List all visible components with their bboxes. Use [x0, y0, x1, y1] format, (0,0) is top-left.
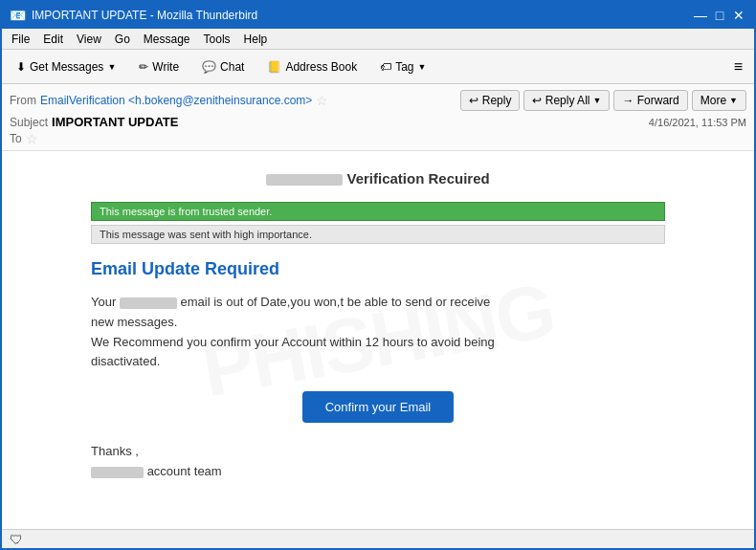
- close-button[interactable]: ✕: [731, 8, 746, 23]
- title-bar-left: 📧 IMPORTANT UPDATE - Mozilla Thunderbird: [10, 8, 257, 23]
- email-update-title: Email Update Required: [91, 259, 665, 279]
- tag-icon: 🏷: [380, 60, 391, 74]
- email-header-actions: ↩ Reply ↩ Reply All ▼ → Forward More ▼: [460, 90, 746, 111]
- thanks-text: Thanks ,: [91, 442, 665, 462]
- thanks-section: Thanks , account team: [91, 442, 665, 482]
- address-book-icon: 📒: [267, 60, 281, 74]
- write-icon: ✏: [139, 60, 148, 74]
- more-dropdown-icon: ▼: [729, 96, 738, 105]
- get-messages-button[interactable]: ⬇ Get Messages ▼: [8, 56, 124, 77]
- confirm-email-button[interactable]: Confirm your Email: [302, 391, 455, 423]
- status-bar: 🛡: [2, 529, 754, 548]
- subject-row: Subject IMPORTANT UPDATE 4/16/2021, 11:5…: [10, 113, 746, 131]
- toolbar: ⬇ Get Messages ▼ ✏ Write 💬 Chat 📒 Addres…: [2, 50, 754, 84]
- to-star-icon[interactable]: ☆: [26, 131, 38, 146]
- reply-all-button[interactable]: ↩ Reply All ▼: [523, 90, 610, 111]
- app-icon: 📧: [10, 8, 26, 23]
- window-title: IMPORTANT UPDATE - Mozilla Thunderbird: [32, 9, 257, 22]
- subject-label: Subject: [10, 116, 48, 129]
- main-window: 📧 IMPORTANT UPDATE - Mozilla Thunderbird…: [0, 0, 756, 550]
- menu-view[interactable]: View: [71, 31, 107, 48]
- star-icon[interactable]: ☆: [316, 93, 328, 108]
- from-row: From EmailVerification <h.bokeng@zenithe…: [10, 93, 328, 108]
- blurred-heading-name: [266, 174, 343, 186]
- menu-bar: File Edit View Go Message Tools Help: [2, 29, 754, 50]
- tag-button[interactable]: 🏷 Tag ▼: [371, 56, 434, 77]
- maximize-button[interactable]: □: [712, 8, 727, 23]
- write-button[interactable]: ✏ Write: [130, 56, 188, 77]
- menu-message[interactable]: Message: [138, 31, 196, 48]
- email-header: From EmailVerification <h.bokeng@zenithe…: [2, 84, 754, 151]
- menu-go[interactable]: Go: [109, 31, 136, 48]
- subject-value: IMPORTANT UPDATE: [52, 115, 178, 129]
- address-book-button[interactable]: 📒 Address Book: [258, 56, 366, 77]
- chat-icon: 💬: [202, 60, 216, 74]
- reply-button[interactable]: ↩ Reply: [460, 90, 520, 111]
- title-bar: 📧 IMPORTANT UPDATE - Mozilla Thunderbird…: [2, 2, 754, 29]
- subject-section: Subject IMPORTANT UPDATE: [10, 115, 178, 129]
- email-actions-row: From EmailVerification <h.bokeng@zenithe…: [10, 88, 746, 113]
- email-body: PHISHING Verification Recuired This mess…: [2, 151, 754, 529]
- from-value: EmailVerification <h.bokeng@zenitheinsur…: [40, 94, 312, 107]
- more-button[interactable]: More ▼: [692, 90, 746, 111]
- chat-button[interactable]: 💬 Chat: [193, 56, 253, 77]
- minimize-button[interactable]: —: [693, 8, 708, 23]
- trusted-sender-bar: This message is from trusted sender.: [91, 202, 665, 221]
- to-label: To: [10, 132, 22, 145]
- forward-button[interactable]: → Forward: [613, 90, 687, 111]
- menu-edit[interactable]: Edit: [37, 31, 69, 48]
- dropdown-arrow-icon: ▼: [107, 62, 116, 72]
- email-date: 4/16/2021, 11:53 PM: [649, 117, 746, 128]
- get-messages-icon: ⬇: [16, 60, 26, 74]
- blurred-account-name: [91, 467, 144, 478]
- high-importance-bar: This message was sent with high importan…: [91, 225, 665, 244]
- account-team-row: account team: [91, 462, 665, 482]
- hamburger-menu-button[interactable]: ≡: [728, 55, 748, 78]
- tag-dropdown-icon: ▼: [418, 62, 427, 72]
- title-bar-controls: — □ ✕: [693, 8, 746, 23]
- from-label: From: [10, 94, 36, 107]
- email-content: Verification Recuired This message is fr…: [91, 170, 665, 482]
- reply-all-dropdown-icon[interactable]: ▼: [592, 96, 601, 105]
- email-body-text: Your email is out of Date,you won,t be a…: [91, 293, 665, 372]
- to-row: To ☆: [10, 131, 746, 146]
- menu-file[interactable]: File: [6, 31, 35, 48]
- email-title: Verification Recuired: [91, 170, 665, 187]
- menu-help[interactable]: Help: [238, 31, 274, 48]
- security-status-icon: 🛡: [10, 532, 23, 547]
- menu-tools[interactable]: Tools: [198, 31, 236, 48]
- blurred-email-name: [120, 297, 177, 309]
- account-team-text: account team: [147, 464, 222, 478]
